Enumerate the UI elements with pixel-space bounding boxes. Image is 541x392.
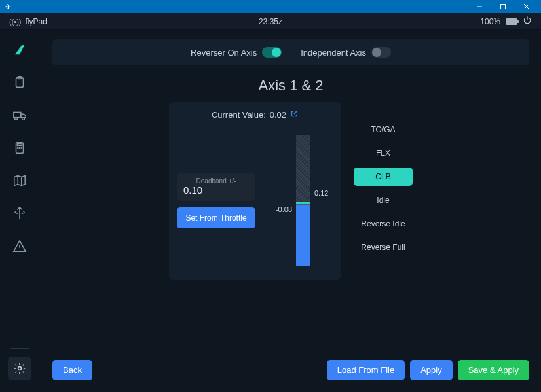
power-icon[interactable] [523,16,532,27]
detent-list: TO/GAFLXCLBIdleReverse IdleReverse Full [354,102,413,280]
nav-warning-icon[interactable] [12,238,28,254]
reverser-toggle-label: Reverser On Axis [191,48,257,58]
gauge-upper-tick: 0.12 [314,189,328,197]
svg-point-11 [18,367,22,370]
detent-item-reverse-idle[interactable]: Reverse Idle [354,215,413,233]
settings-button[interactable] [8,357,31,380]
signal-icon: ((•)) [9,18,22,26]
window-controls [468,0,538,13]
load-from-file-button[interactable]: Load From File [327,360,405,380]
gauge-lower-tick: -0.08 [276,205,292,213]
page-title: Axis 1 & 2 [52,77,529,94]
minimize-button[interactable] [468,0,491,13]
svg-rect-0 [501,5,506,9]
svg-point-8 [18,147,18,148]
nav-map-icon[interactable] [12,173,28,188]
maximize-button[interactable] [491,0,515,13]
svg-point-4 [15,118,18,120]
battery-text: 100% [480,17,500,26]
axis-panel: Current Value: 0.02 Deadband +/- 0.10 Se… [169,102,341,280]
svg-rect-3 [14,112,21,117]
window-titlebar: ✈ [0,0,541,13]
svg-point-10 [21,147,22,148]
detent-item-clb[interactable]: CLB [354,168,413,186]
set-from-throttle-button[interactable]: Set From Throttle [177,207,255,228]
back-button[interactable]: Back [52,360,92,380]
deadband-value: 0.10 [183,185,249,196]
current-value: 0.02 [270,110,286,120]
nav-logo-icon[interactable] [12,42,28,58]
detent-item-reverse-full[interactable]: Reverse Full [354,238,413,257]
nav-calculator-icon[interactable] [12,140,28,156]
header-time: 23:35z [259,17,282,26]
app-icon: ✈ [5,3,11,11]
flypad-header: ((•)) flyPad 23:35z 100% [0,13,541,30]
sidebar-divider [10,348,29,349]
external-link-icon[interactable] [290,110,298,120]
detent-item-to-ga[interactable]: TO/GA [354,120,413,139]
deadband-label: Deadband +/- [183,177,249,185]
independent-toggle[interactable] [371,47,391,58]
deadband-input[interactable]: Deadband +/- 0.10 [177,173,255,201]
independent-toggle-label: Independent Axis [301,48,366,58]
sidebar [0,30,39,392]
app-name: flyPad [26,17,47,26]
toggle-bar: Reverser On Axis Independent Axis [52,39,529,65]
reverser-toggle[interactable] [262,47,282,58]
throttle-gauge [296,135,310,266]
detent-item-idle[interactable]: Idle [354,191,413,209]
bottom-bar: Back Load From File Apply Save & Apply [52,360,529,380]
close-button[interactable] [515,0,538,13]
battery-icon [506,18,517,25]
current-value-label: Current Value: [212,110,266,120]
nav-atc-icon[interactable] [12,205,28,221]
detent-item-flx[interactable]: FLX [354,144,413,162]
apply-button[interactable]: Apply [410,360,453,380]
toggle-separator [291,46,291,58]
svg-rect-7 [17,144,22,146]
svg-point-5 [22,118,25,120]
nav-clipboard-icon[interactable] [12,75,28,90]
save-apply-button[interactable]: Save & Apply [458,360,529,380]
nav-truck-icon[interactable] [12,107,28,123]
svg-point-9 [19,147,20,148]
main-content: Reverser On Axis Independent Axis Axis 1… [39,30,541,392]
